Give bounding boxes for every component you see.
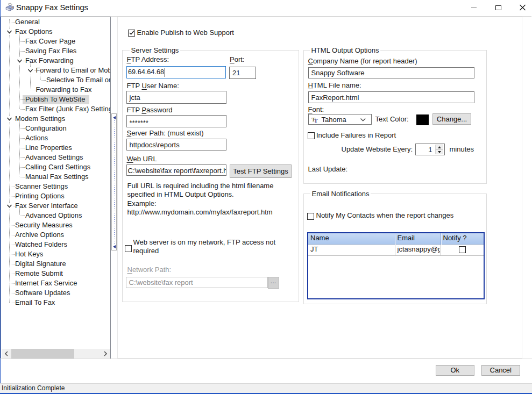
svg-text:T: T xyxy=(314,117,318,123)
